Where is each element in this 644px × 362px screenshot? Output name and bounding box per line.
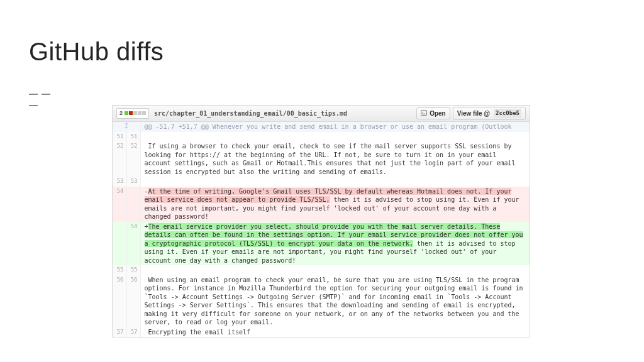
new-line-num: 52 [126, 141, 140, 177]
old-line-num: 52 [113, 141, 126, 177]
file-header: 2 src/chapter_01_understanding_email/00_… [113, 106, 530, 122]
diff-row: 5151 [113, 132, 530, 142]
code-cell: Encrypting the email itself [140, 327, 530, 337]
new-line-num [126, 187, 140, 222]
code-cell: -At the time of writing, Google's Gmail … [140, 187, 530, 222]
code-cell [140, 177, 530, 187]
new-line-num: 53 [126, 177, 140, 187]
open-label: Open [430, 109, 446, 118]
code-cell: +The email service provider you select, … [140, 222, 530, 266]
open-button[interactable]: Open [416, 107, 450, 120]
diff-row: 5656 When using an email program to chec… [113, 275, 530, 327]
old-line-num: 57 [113, 327, 126, 337]
diff-table: @@ -51,7 +51,7 @@ Whenever you write and… [113, 122, 530, 337]
diff-row: 5555 [113, 265, 530, 275]
new-line-num: 56 [126, 275, 140, 327]
view-file-button[interactable]: View file @ 2cc0be5 [453, 107, 526, 119]
code-cell [140, 265, 530, 275]
diff-row: 54+The email service provider you select… [113, 222, 530, 266]
hunk-header: @@ -51,7 +51,7 @@ Whenever you write and… [140, 122, 530, 132]
view-file-label: View file @ [457, 109, 490, 118]
diff-row: @@ -51,7 +51,7 @@ Whenever you write and… [113, 122, 530, 132]
diff-row: 5252 If using a browser to check your em… [113, 141, 530, 177]
diff-stat-blocks [125, 111, 146, 115]
old-line-num: 56 [113, 275, 126, 327]
old-line-num: 53 [113, 177, 126, 187]
new-line-num: 51 [126, 132, 140, 142]
code-cell [140, 132, 530, 142]
file-path: src/chapter_01_understanding_email/00_ba… [154, 109, 416, 118]
changes-count: 2 [119, 109, 123, 117]
new-line-num: 55 [126, 265, 140, 275]
new-line-num: 57 [126, 327, 140, 337]
commit-sha: 2cc0be5 [494, 109, 521, 118]
diff-row: 5757 Encrypting the email itself [113, 327, 530, 337]
code-cell: If using a browser to check your email, … [140, 141, 530, 177]
diff-row: 54-At the time of writing, Google's Gmai… [113, 187, 530, 222]
diff-row: 5353 [113, 177, 530, 187]
divider [29, 88, 64, 111]
svg-rect-0 [421, 111, 427, 116]
expand-icon[interactable] [113, 122, 140, 132]
terminal-icon [421, 110, 427, 116]
diff-panel: 2 src/chapter_01_understanding_email/00_… [112, 105, 530, 337]
changes-badge: 2 [116, 108, 149, 118]
old-line-num: 54 [113, 187, 126, 222]
old-line-num: 51 [113, 132, 126, 142]
old-line-num [113, 222, 126, 266]
code-cell: When using an email program to check you… [140, 275, 530, 327]
new-line-num: 54 [126, 222, 140, 266]
old-line-num: 55 [113, 265, 126, 275]
slide-title: GitHub diffs [29, 38, 164, 66]
